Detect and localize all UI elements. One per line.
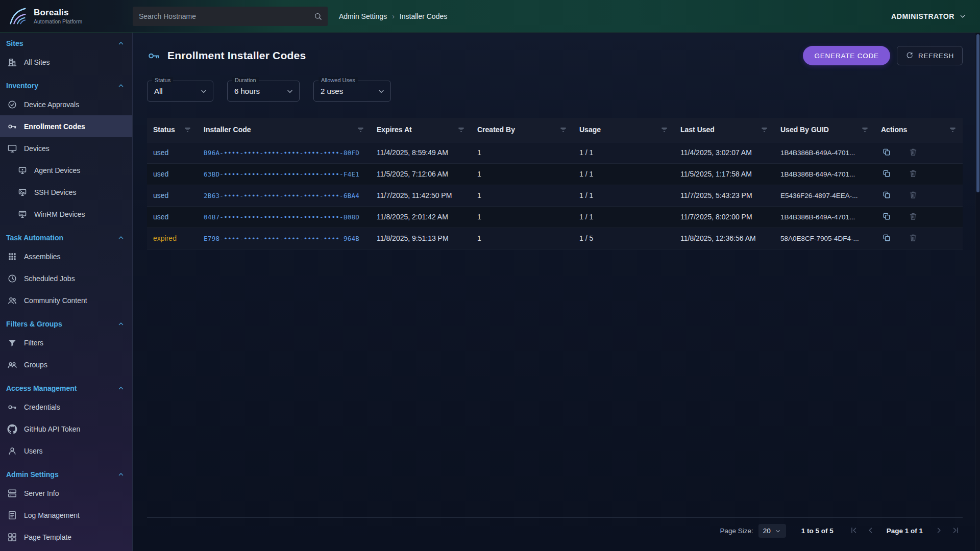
sidebar-item-label: All Sites — [24, 58, 50, 66]
search-input[interactable] — [133, 7, 328, 26]
copy-icon — [882, 169, 891, 178]
installer-code[interactable]: 04B7-••••-••••-••••-••••-••••-••••-B08D — [204, 213, 359, 221]
community-icon — [7, 295, 17, 306]
sidebar-item-page-template[interactable]: Page Template — [0, 526, 132, 548]
column-label: Actions — [881, 126, 907, 134]
page-size-wrap: Page Size: 20 — [720, 524, 786, 538]
sidebar-section-inventory: InventoryDevice ApprovalsEnrollment Code… — [0, 75, 132, 225]
installer-code[interactable]: 63BD-••••-••••-••••-••••-••••-••••-F4E1 — [204, 170, 359, 178]
filter-value: All — [154, 87, 163, 95]
sidebar-item-ssh-devices[interactable]: SSH Devices — [0, 181, 132, 203]
delete-code-button[interactable] — [908, 146, 919, 159]
chevron-up-icon — [117, 82, 125, 90]
first-page-icon — [849, 525, 859, 535]
sidebar-item-scheduled-jobs[interactable]: Scheduled Jobs — [0, 267, 132, 289]
used-by-guid: 1B4B386B-649A-4701... — [774, 163, 875, 185]
copy-code-button[interactable] — [881, 146, 892, 159]
breadcrumb-separator: › — [392, 12, 395, 20]
sidebar-item-device-approvals[interactable]: Device Approvals — [0, 93, 132, 115]
filter-value: 2 uses — [321, 87, 343, 95]
chevron-down-icon — [377, 87, 386, 96]
expires-at: 11/5/2025, 7:12:06 AM — [371, 163, 471, 185]
breadcrumb-admin-settings[interactable]: Admin Settings — [339, 12, 387, 20]
column-header-last-used: Last Used — [674, 118, 774, 142]
installer-code[interactable]: E798-••••-••••-••••-••••-••••-••••-964B — [204, 235, 359, 242]
sidebar-item-log-management[interactable]: Log Management — [0, 504, 132, 526]
sidebar-section-header-filters-groups[interactable]: Filters & Groups — [0, 313, 132, 332]
sidebar-item-github-api-token[interactable]: GitHub API Token — [0, 418, 132, 440]
sidebar-section-header-task-automation[interactable]: Task Automation — [0, 227, 132, 245]
first-page-button[interactable] — [849, 525, 859, 537]
last-used: 11/7/2025, 5:43:23 PM — [674, 185, 774, 206]
generate-code-button[interactable]: GENERATE CODE — [803, 46, 890, 65]
sidebar-item-devices[interactable]: Devices — [0, 137, 132, 159]
sidebar-item-enrollment-codes[interactable]: Enrollment Codes — [0, 115, 132, 137]
sidebar-item-server-info[interactable]: Server Info — [0, 482, 132, 504]
page-size-select[interactable]: 20 — [758, 524, 786, 538]
filter-select-status[interactable]: StatusAll — [147, 81, 213, 102]
sidebar-section-header-inventory[interactable]: Inventory — [0, 75, 132, 93]
sidebar-item-assemblies[interactable]: Assemblies — [0, 245, 132, 267]
sidebar-item-groups[interactable]: Groups — [0, 354, 132, 375]
delete-code-button[interactable] — [908, 168, 919, 181]
user-menu[interactable]: ADMINISTRATOR — [891, 12, 980, 20]
column-filter-icon[interactable] — [357, 126, 364, 134]
sidebar-section-header-sites[interactable]: Sites — [0, 33, 132, 51]
installer-code[interactable]: 2B63-••••-••••-••••-••••-••••-••••-6BA4 — [204, 192, 359, 199]
breadcrumb-installer-codes[interactable]: Installer Codes — [400, 12, 447, 20]
key-icon — [7, 121, 17, 132]
column-filter-icon[interactable] — [457, 126, 465, 134]
table-row[interactable]: used63BD-••••-••••-••••-••••-••••-••••-F… — [147, 163, 963, 185]
last-page-button[interactable] — [951, 525, 961, 537]
created-by: 1 — [471, 185, 573, 206]
sidebar-section-header-access-management[interactable]: Access Management — [0, 378, 132, 396]
column-header-used-by-guid: Used By GUID — [774, 118, 875, 142]
used-by-guid: 58A0E8CF-7905-4DF4-... — [774, 228, 875, 249]
column-filter-icon[interactable] — [949, 126, 957, 134]
sidebar-section-header-admin-settings[interactable]: Admin Settings — [0, 464, 132, 482]
sidebar-item-all-sites[interactable]: All Sites — [0, 51, 132, 73]
server-icon — [7, 488, 17, 498]
prev-page-button[interactable] — [866, 525, 875, 537]
column-filter-icon[interactable] — [861, 126, 869, 134]
refresh-button[interactable]: REFRESH — [897, 46, 963, 65]
topbar: Borealis Automation Platform Admin Setti… — [0, 0, 980, 33]
user-label: ADMINISTRATOR — [891, 12, 954, 20]
winrm-devices-icon — [17, 209, 28, 219]
column-filter-icon[interactable] — [184, 126, 191, 134]
sidebar-item-filters[interactable]: Filters — [0, 332, 132, 354]
column-label: Status — [153, 126, 175, 134]
sidebar-item-label: Server Info — [24, 489, 59, 497]
sidebar-item-agent-devices[interactable]: Agent Devices — [0, 159, 132, 181]
sidebar-item-users[interactable]: Users — [0, 440, 132, 462]
pager: Page 1 of 1 — [849, 525, 961, 537]
column-filter-icon[interactable] — [660, 126, 668, 134]
delete-code-button[interactable] — [908, 189, 919, 202]
scrollbar-thumb[interactable] — [976, 34, 979, 192]
chevron-down-icon — [959, 12, 967, 20]
brand[interactable]: Borealis Automation Platform — [0, 6, 133, 27]
status-text: expired — [153, 234, 177, 242]
delete-code-button[interactable] — [908, 211, 919, 223]
sidebar-item-credentials[interactable]: Credentials — [0, 396, 132, 418]
filter-label: Status — [152, 77, 173, 83]
column-filter-icon[interactable] — [761, 126, 768, 134]
sidebar-item-community-content[interactable]: Community Content — [0, 289, 132, 311]
table-row[interactable]: usedB96A-••••-••••-••••-••••-••••-••••-8… — [147, 142, 963, 163]
sidebar-item-winrm-devices[interactable]: WinRM Devices — [0, 203, 132, 225]
scrollbar[interactable] — [975, 33, 980, 551]
copy-code-button[interactable] — [881, 232, 892, 245]
table-row[interactable]: expiredE798-••••-••••-••••-••••-••••-•••… — [147, 228, 963, 249]
page-size-value: 20 — [763, 527, 771, 535]
copy-code-button[interactable] — [881, 168, 892, 181]
filter-select-duration[interactable]: Duration6 hours — [227, 81, 300, 102]
filter-select-allowed-uses[interactable]: Allowed Uses2 uses — [313, 81, 391, 102]
copy-code-button[interactable] — [881, 211, 892, 223]
delete-code-button[interactable] — [908, 232, 919, 245]
copy-code-button[interactable] — [881, 189, 892, 202]
table-row[interactable]: used2B63-••••-••••-••••-••••-••••-••••-6… — [147, 185, 963, 206]
column-filter-icon[interactable] — [559, 126, 567, 134]
next-page-button[interactable] — [934, 525, 944, 537]
table-row[interactable]: used04B7-••••-••••-••••-••••-••••-••••-B… — [147, 206, 963, 228]
installer-code[interactable]: B96A-••••-••••-••••-••••-••••-••••-80FD — [204, 149, 359, 157]
